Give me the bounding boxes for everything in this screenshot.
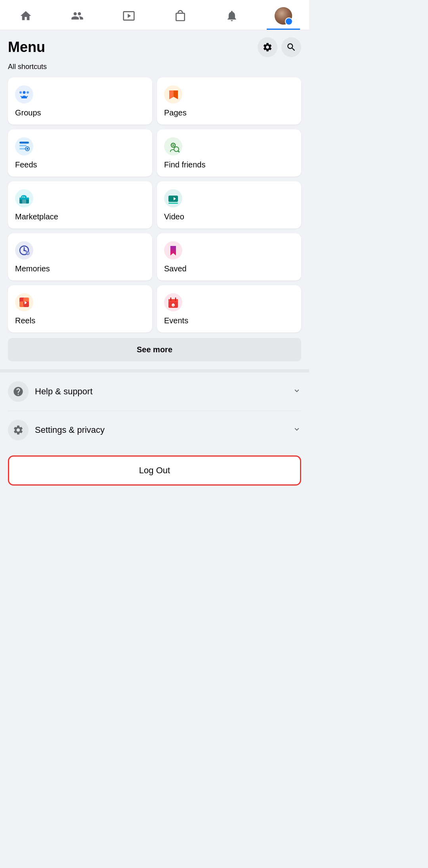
shortcut-memories[interactable]: ↺ Memories — [8, 233, 152, 280]
video-label: Video — [164, 212, 294, 221]
menu-title: Menu — [8, 39, 45, 56]
nav-marketplace[interactable] — [164, 4, 197, 30]
header-icons — [258, 37, 301, 57]
svg-rect-43 — [168, 299, 178, 301]
reels-label: Reels — [15, 316, 145, 325]
shortcuts-label: All shortcuts — [8, 63, 301, 71]
nav-watch[interactable] — [112, 4, 145, 30]
nav-friends[interactable] — [61, 4, 94, 30]
svg-point-13 — [164, 137, 182, 156]
search-button[interactable] — [281, 37, 301, 57]
events-icon — [164, 293, 182, 311]
svg-point-1 — [23, 91, 26, 94]
settings-privacy-row[interactable]: Settings & privacy — [8, 411, 301, 449]
svg-point-3 — [19, 91, 22, 94]
memories-icon: ↺ — [15, 241, 33, 259]
svg-rect-20 — [19, 198, 29, 200]
find-friends-label: Find friends — [164, 160, 294, 169]
nav-notifications[interactable] — [215, 4, 248, 30]
groups-icon — [15, 85, 33, 104]
reels-icon — [15, 293, 33, 311]
nav-home[interactable] — [9, 4, 42, 30]
notifications-icon — [223, 7, 241, 25]
search-icon — [286, 42, 296, 52]
svg-rect-8 — [19, 142, 29, 144]
nav-menu[interactable] — [267, 4, 300, 30]
video-icon — [164, 189, 182, 207]
svg-rect-21 — [22, 200, 26, 204]
groups-label: Groups — [15, 108, 145, 117]
find-friends-icon — [164, 137, 182, 156]
shortcut-saved[interactable]: Saved — [157, 233, 301, 280]
menu-avatar — [275, 7, 292, 25]
svg-text:↺: ↺ — [27, 252, 29, 255]
svg-point-30 — [23, 250, 25, 251]
shortcuts-grid: Groups Pages — [8, 77, 301, 332]
shortcut-groups[interactable]: Groups — [8, 77, 152, 125]
marketplace-nav-icon — [172, 7, 189, 25]
home-icon — [17, 7, 34, 25]
memories-label: Memories — [15, 264, 145, 273]
section-divider — [0, 369, 309, 373]
friends-icon — [69, 7, 86, 25]
pages-label: Pages — [164, 108, 294, 117]
top-nav — [0, 0, 309, 30]
svg-rect-44 — [168, 301, 178, 302]
feeds-label: Feeds — [15, 160, 145, 169]
shortcut-events[interactable]: Events — [157, 285, 301, 332]
settings-chevron — [292, 425, 301, 435]
shortcut-feeds[interactable]: Feeds — [8, 129, 152, 177]
svg-point-15 — [172, 144, 174, 146]
svg-rect-9 — [19, 145, 27, 146]
svg-point-12 — [27, 148, 29, 150]
svg-point-2 — [27, 91, 29, 94]
main-content: Menu All shortcuts — [0, 30, 309, 493]
settings-button[interactable] — [258, 37, 277, 57]
help-support-label: Help & support — [35, 386, 286, 397]
svg-line-17 — [178, 151, 180, 152]
pages-icon — [164, 85, 182, 104]
shortcut-reels[interactable]: Reels — [8, 285, 152, 332]
events-label: Events — [164, 316, 294, 325]
settings-privacy-icon — [13, 424, 24, 436]
help-support-row[interactable]: Help & support — [8, 373, 301, 411]
shortcut-video[interactable]: Video — [157, 181, 301, 229]
saved-icon — [164, 241, 182, 259]
feeds-icon — [15, 137, 33, 156]
saved-label: Saved — [164, 264, 294, 273]
marketplace-icon — [15, 189, 33, 207]
settings-privacy-label: Settings & privacy — [35, 425, 286, 435]
shortcut-pages[interactable]: Pages — [157, 77, 301, 125]
gear-icon — [262, 42, 273, 52]
logout-button[interactable]: Log Out — [8, 455, 301, 486]
menu-header: Menu — [8, 37, 301, 57]
menu-badge — [285, 17, 293, 25]
help-icon — [13, 386, 24, 397]
settings-privacy-icon-circle — [8, 420, 29, 440]
shortcut-find-friends[interactable]: Find friends — [157, 129, 301, 177]
help-icon-circle — [8, 381, 29, 402]
svg-rect-23 — [168, 196, 178, 202]
svg-rect-25 — [168, 203, 178, 204]
see-more-button[interactable]: See more — [8, 338, 301, 361]
watch-icon — [120, 7, 138, 25]
svg-point-0 — [15, 85, 33, 104]
marketplace-label: Marketplace — [15, 212, 145, 221]
shortcut-marketplace[interactable]: Marketplace — [8, 181, 152, 229]
help-chevron — [292, 386, 301, 397]
